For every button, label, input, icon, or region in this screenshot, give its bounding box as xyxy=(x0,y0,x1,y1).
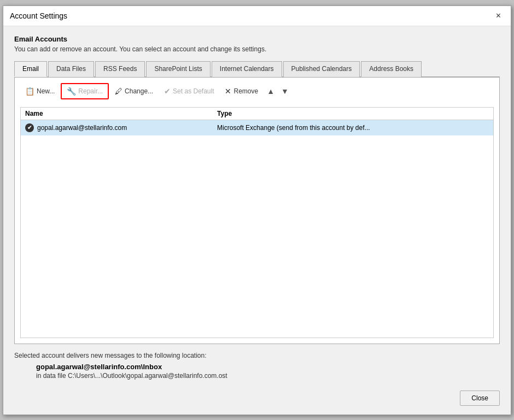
col-name-header: Name xyxy=(21,108,213,120)
move-up-button[interactable]: ▲ xyxy=(264,85,277,97)
change-icon: 🖊 xyxy=(115,87,122,96)
tab-published-cal[interactable]: Published Calendars xyxy=(283,61,360,77)
dialog-title: Account Settings xyxy=(10,11,67,20)
set-default-button[interactable]: ✔ Set as Default xyxy=(159,84,219,98)
tab-sharepoint[interactable]: SharePoint Lists xyxy=(146,61,210,77)
col-type-header: Type xyxy=(213,108,493,120)
remove-button[interactable]: ✕ Remove xyxy=(220,84,263,98)
tab-rss-feeds[interactable]: RSS Feeds xyxy=(95,61,145,77)
footer-email: gopal.agarwal@stellarinfo.com\Inbox xyxy=(36,363,500,371)
tab-email[interactable]: Email xyxy=(14,61,47,77)
repair-icon: 🔧 xyxy=(67,87,76,96)
account-settings-dialog: Account Settings × Email Accounts You ca… xyxy=(3,5,511,415)
email-tab-panel: 📋 New... 🔧 Repair... 🖊 Change... ✔ Set a… xyxy=(14,78,500,344)
accounts-table-container: Name Type ✔ gopal.agarwal@stellarinfo.co… xyxy=(20,107,494,338)
window-close-button[interactable]: × xyxy=(493,10,504,21)
accounts-table: Name Type ✔ gopal.agarwal@stellarinfo.co… xyxy=(21,108,493,135)
toolbar: 📋 New... 🔧 Repair... 🖊 Change... ✔ Set a… xyxy=(20,83,494,103)
dialog-content: Email Accounts You can add or remove an … xyxy=(3,26,511,344)
footer-path: in data file C:\Users\...\Outlook\gopal.… xyxy=(36,372,500,380)
account-icon: ✔ xyxy=(25,123,34,132)
move-down-button[interactable]: ▼ xyxy=(278,85,291,97)
footer-area: Selected account delivers new messages t… xyxy=(3,344,511,385)
repair-button-highlight: 🔧 Repair... xyxy=(61,83,109,99)
tabs-bar: Email Data Files RSS Feeds SharePoint Li… xyxy=(14,61,500,78)
section-desc: You can add or remove an account. You ca… xyxy=(14,45,500,53)
change-label: Change... xyxy=(125,87,153,95)
tab-internet-cal[interactable]: Internet Calendars xyxy=(212,61,282,77)
tab-address-books[interactable]: Address Books xyxy=(361,61,422,77)
table-row[interactable]: ✔ gopal.agarwal@stellarinfo.com Microsof… xyxy=(21,120,493,135)
section-title: Email Accounts xyxy=(14,35,500,43)
remove-icon: ✕ xyxy=(225,87,231,96)
close-dialog-button[interactable]: Close xyxy=(460,391,500,406)
remove-label: Remove xyxy=(233,87,258,95)
repair-button[interactable]: 🔧 Repair... xyxy=(62,84,108,98)
repair-label: Repair... xyxy=(78,87,103,95)
account-name-cell: ✔ gopal.agarwal@stellarinfo.com xyxy=(21,120,213,135)
account-type-cell: Microsoft Exchange (send from this accou… xyxy=(213,120,493,135)
footer-info-text: Selected account delivers new messages t… xyxy=(14,352,500,359)
title-bar: Account Settings × xyxy=(3,6,511,26)
tab-data-files[interactable]: Data Files xyxy=(48,61,94,77)
new-icon: 📋 xyxy=(25,87,34,96)
set-default-label: Set as Default xyxy=(173,87,214,95)
new-label: New... xyxy=(37,87,55,95)
change-button[interactable]: 🖊 Change... xyxy=(110,84,158,98)
new-button[interactable]: 📋 New... xyxy=(20,84,60,98)
account-row-name: ✔ gopal.agarwal@stellarinfo.com xyxy=(25,123,208,132)
set-default-icon: ✔ xyxy=(164,87,171,96)
dialog-footer: Close xyxy=(3,385,511,415)
account-email: gopal.agarwal@stellarinfo.com xyxy=(37,124,127,132)
